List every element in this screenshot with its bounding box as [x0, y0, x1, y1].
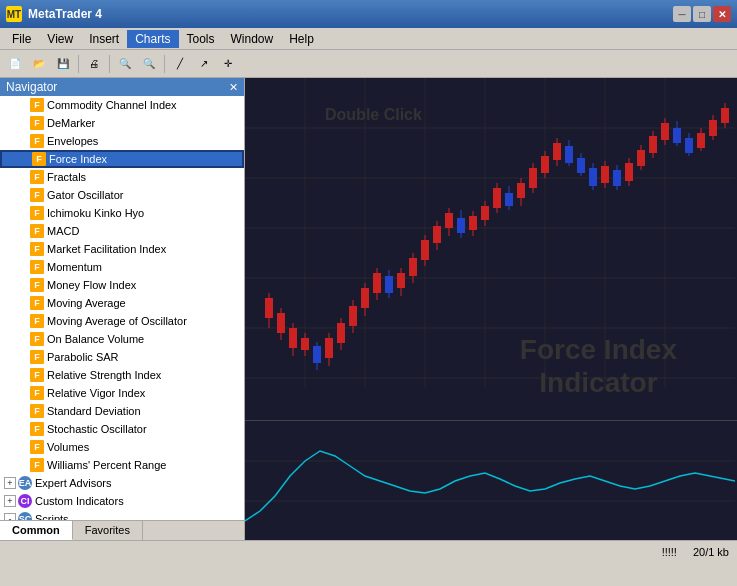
svg-rect-46 [457, 218, 465, 233]
indicator-svg [245, 421, 735, 540]
label-volumes: Volumes [47, 441, 89, 453]
icon-onbalance: F [30, 332, 44, 346]
tree-item-volumes[interactable]: FVolumes [0, 438, 244, 456]
navigator-title: Navigator [6, 80, 57, 94]
tree-item-customindicators[interactable]: +CICustom Indicators [0, 492, 244, 510]
tree-item-parabolicsar[interactable]: FParabolic SAR [0, 348, 244, 366]
tree-item-expertadvisors[interactable]: +EAExpert Advisors [0, 474, 244, 492]
toolbar-new[interactable]: 📄 [4, 53, 26, 75]
tree-item-ichimoku[interactable]: FIchimoku Kinko Hyo [0, 204, 244, 222]
tree-item-movingavgosc[interactable]: FMoving Average of Oscillator [0, 312, 244, 330]
tree-item-rsi[interactable]: FRelative Strength Index [0, 366, 244, 384]
svg-rect-50 [481, 206, 489, 220]
expand-expertadvisors[interactable]: + [4, 477, 16, 489]
icon-rvi: F [30, 386, 44, 400]
toolbar-arrow[interactable]: ↗ [193, 53, 215, 75]
svg-rect-14 [265, 298, 273, 318]
close-button[interactable]: ✕ [713, 6, 731, 22]
svg-rect-72 [613, 170, 621, 186]
svg-rect-58 [529, 168, 537, 188]
navigator-close-btn[interactable]: ✕ [229, 81, 238, 94]
toolbar-save[interactable]: 💾 [52, 53, 74, 75]
svg-rect-54 [505, 193, 513, 206]
tree-item-momentum[interactable]: FMomentum [0, 258, 244, 276]
label-scripts: Scripts [35, 513, 69, 520]
icon-demarker: F [30, 116, 44, 130]
tree-item-stochastic[interactable]: FStochastic Oscillator [0, 420, 244, 438]
menu-tools[interactable]: Tools [179, 30, 223, 48]
label-movingaverage: Moving Average [47, 297, 126, 309]
svg-rect-66 [577, 158, 585, 173]
label-parabolicsar: Parabolic SAR [47, 351, 119, 363]
label-movingavgosc: Moving Average of Oscillator [47, 315, 187, 327]
tree-item-gator[interactable]: FGator Oscillator [0, 186, 244, 204]
label-expertadvisors: Expert Advisors [35, 477, 111, 489]
app-icon: MT [6, 6, 22, 22]
navigator-header: Navigator ✕ [0, 78, 244, 96]
tab-common[interactable]: Common [0, 521, 73, 540]
svg-rect-62 [553, 143, 561, 160]
svg-rect-26 [337, 323, 345, 343]
label-rvi: Relative Vigor Index [47, 387, 145, 399]
menu-file[interactable]: File [4, 30, 39, 48]
icon-stddev: F [30, 404, 44, 418]
force-index-chart[interactable] [245, 420, 737, 540]
svg-rect-64 [565, 146, 573, 163]
svg-rect-56 [517, 183, 525, 198]
svg-rect-80 [661, 123, 669, 140]
menu-view[interactable]: View [39, 30, 81, 48]
tree-item-williams[interactable]: FWilliams' Percent Range [0, 456, 244, 474]
label-moneyflow: Money Flow Index [47, 279, 136, 291]
icon-stochastic: F [30, 422, 44, 436]
toolbar-line[interactable]: ╱ [169, 53, 191, 75]
label-onbalance: On Balance Volume [47, 333, 144, 345]
maximize-button[interactable]: □ [693, 6, 711, 22]
icon-forceindex: F [32, 152, 46, 166]
tree-item-forceindex[interactable]: FForce Index [0, 150, 244, 168]
tab-favorites[interactable]: Favorites [73, 521, 143, 540]
menu-charts[interactable]: Charts [127, 30, 178, 48]
menu-help[interactable]: Help [281, 30, 322, 48]
expand-scripts[interactable]: - [4, 513, 16, 520]
title-bar-left: MT MetaTrader 4 [6, 6, 102, 22]
tree-item-stddev[interactable]: FStandard Deviation [0, 402, 244, 420]
icon-macd: F [30, 224, 44, 238]
label-stochastic: Stochastic Oscillator [47, 423, 147, 435]
menu-window[interactable]: Window [223, 30, 282, 48]
svg-rect-78 [649, 136, 657, 153]
tree-item-marketfacilitation[interactable]: FMarket Facilitation Index [0, 240, 244, 258]
tree-item-commodity[interactable]: FCommodity Channel Index [0, 96, 244, 114]
tree-item-movingaverage[interactable]: FMoving Average [0, 294, 244, 312]
svg-rect-22 [313, 346, 321, 363]
tree-item-envelopes[interactable]: FEnvelopes [0, 132, 244, 150]
toolbar-print[interactable]: 🖨 [83, 53, 105, 75]
minimize-button[interactable]: ─ [673, 6, 691, 22]
tree-item-scripts[interactable]: -SCScripts [0, 510, 244, 520]
label-fractals: Fractals [47, 171, 86, 183]
label-stddev: Standard Deviation [47, 405, 141, 417]
icon-movingaverage: F [30, 296, 44, 310]
menu-insert[interactable]: Insert [81, 30, 127, 48]
svg-rect-88 [709, 120, 717, 136]
icon-envelopes: F [30, 134, 44, 148]
toolbar-crosshair[interactable]: ✛ [217, 53, 239, 75]
tree-item-demarker[interactable]: FDeMarker [0, 114, 244, 132]
tree-item-onbalance[interactable]: FOn Balance Volume [0, 330, 244, 348]
title-bar-title: MetaTrader 4 [28, 7, 102, 21]
tree-item-fractals[interactable]: FFractals [0, 168, 244, 186]
label-forceindex: Force Index [49, 153, 107, 165]
tree-item-macd[interactable]: FMACD [0, 222, 244, 240]
svg-rect-70 [601, 166, 609, 183]
svg-rect-42 [433, 226, 441, 243]
tree-item-moneyflow[interactable]: FMoney Flow Index [0, 276, 244, 294]
icon-volumes: F [30, 440, 44, 454]
tree-item-rvi[interactable]: FRelative Vigor Index [0, 384, 244, 402]
svg-rect-76 [637, 150, 645, 166]
toolbar-zoom-in[interactable]: 🔍 [114, 53, 136, 75]
toolbar-open[interactable]: 📂 [28, 53, 50, 75]
icon-rsi: F [30, 368, 44, 382]
expand-customindicators[interactable]: + [4, 495, 16, 507]
svg-rect-68 [589, 168, 597, 186]
icon-williams: F [30, 458, 44, 472]
toolbar-zoom-out[interactable]: 🔍 [138, 53, 160, 75]
